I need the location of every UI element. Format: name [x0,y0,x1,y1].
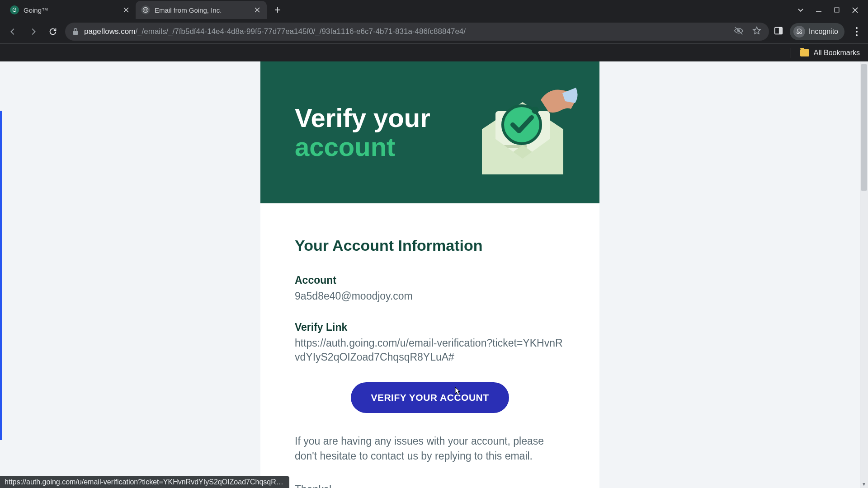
signoff: Thanks! Going [295,482,565,488]
url-text: pageflows.com/_/emails/_/7fb5df44-14e4-4… [84,27,466,36]
tab-email[interactable]: Email from Going, Inc. [136,1,267,19]
back-button[interactable] [5,24,21,39]
address-bar-actions [734,26,762,38]
signoff-thanks: Thanks! [295,483,332,488]
scroll-down-icon[interactable]: ▼ [860,480,868,488]
close-window-icon[interactable] [851,6,859,14]
globe-icon [141,5,150,14]
help-text: If you are having any issues with your a… [295,434,565,464]
tab-going[interactable]: G Going™ [5,1,136,19]
svg-point-7 [800,32,802,34]
section-heading: Your Account Information [295,237,565,254]
hero-title: Verify your account [295,103,430,161]
all-bookmarks-label: All Bookmarks [814,49,860,57]
url-path: /_/emails/_/7fb5df44-14e4-4d8a-99f5-77d7… [135,27,466,36]
toolbar: pageflows.com/_/emails/_/7fb5df44-14e4-4… [0,20,868,43]
cta-wrap: VERIFY YOUR ACCOUNT [295,382,565,413]
status-bar: https://auth.going.com/u/email-verificat… [0,476,289,488]
close-icon[interactable] [253,6,261,14]
bookmarks-bar: All Bookmarks [0,43,868,61]
separator [791,48,791,58]
email-hero: Verify your account [260,61,599,203]
svg-point-6 [797,32,799,34]
tab-title: Going™ [24,6,118,14]
new-tab-button[interactable] [270,3,285,17]
all-bookmarks-button[interactable]: All Bookmarks [800,49,860,57]
hero-line2: account [295,132,395,161]
address-bar[interactable]: pageflows.com/_/emails/_/7fb5df44-14e4-4… [65,23,769,41]
tab-search-icon[interactable] [797,6,805,14]
url-host: pageflows.com [84,27,135,36]
email-card: Verify your account [260,61,599,488]
side-panel-icon[interactable] [774,26,783,38]
envelope-illustration [464,75,581,183]
account-label: Account [295,274,565,286]
page-viewport: Verify your account [0,61,868,488]
browser-chrome: G Going™ Email from Going, Inc. [0,0,868,61]
window-controls [797,6,868,14]
account-value: 9a5d8e40@moodjoy.com [295,289,565,303]
tab-strip: G Going™ Email from Going, Inc. [0,0,868,20]
verify-link-label: Verify Link [295,321,565,333]
svg-rect-1 [835,8,839,12]
scroll-thumb[interactable] [861,64,867,191]
maximize-icon[interactable] [833,6,841,14]
vertical-scrollbar[interactable]: ▲ ▼ [860,61,868,488]
hero-line1: Verify your [295,103,430,132]
svg-rect-2 [73,31,78,35]
minimize-icon[interactable] [815,6,823,14]
menu-button[interactable] [851,27,863,36]
lock-icon [72,28,79,36]
globe-icon: G [10,5,19,14]
eye-off-icon[interactable] [734,26,744,38]
folder-icon [800,49,809,56]
verify-account-button[interactable]: VERIFY YOUR ACCOUNT [351,382,509,413]
incognito-indicator[interactable]: Incognito [790,23,844,40]
star-icon[interactable] [752,26,762,38]
toolbar-right: Incognito [774,23,863,40]
reload-button[interactable] [45,24,61,39]
tab-title: Email from Going, Inc. [155,6,249,14]
verify-link-value: https://auth.going.com/u/email-verificat… [295,336,565,364]
svg-point-13 [532,107,539,114]
incognito-label: Incognito [809,28,838,36]
svg-rect-5 [779,28,782,34]
close-icon[interactable] [122,6,130,14]
selection-edge [0,111,2,440]
email-body: Your Account Information Account 9a5d8e4… [260,203,599,488]
forward-button[interactable] [25,24,41,39]
incognito-icon [793,26,805,38]
